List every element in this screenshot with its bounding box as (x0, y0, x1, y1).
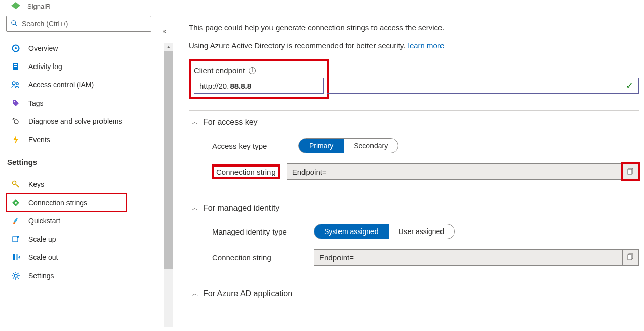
sidebar-item-label: Diagnose and solve problems (28, 117, 122, 125)
sidebar-item-diagnose[interactable]: Diagnose and solve problems (6, 112, 151, 130)
section-managed-identity-title: For managed identity (203, 204, 279, 213)
client-endpoint-value-a: http://20. (199, 82, 229, 90)
svg-rect-34 (628, 255, 632, 260)
svg-point-15 (13, 181, 16, 185)
chevron-up-icon: ︿ (192, 204, 203, 213)
pill-system-assigned[interactable]: System assigned (314, 224, 389, 239)
svg-line-28 (18, 278, 19, 279)
copy-icon (627, 253, 634, 262)
svg-rect-7 (14, 66, 17, 67)
keys-icon (11, 180, 20, 188)
svg-line-29 (13, 278, 14, 279)
svg-marker-14 (13, 135, 18, 144)
sidebar-item-quickstart[interactable]: Quickstart (6, 212, 151, 230)
access-key-conn-value: Endpoint= (287, 164, 622, 179)
managed-identity-type-toggle[interactable]: System assigned User assigned (314, 224, 455, 239)
sidebar-item-overview[interactable]: Overview (6, 39, 151, 57)
section-aad-app-header[interactable]: ︿ For Azure AD application (189, 282, 639, 305)
overview-icon (11, 44, 20, 52)
copy-managed-identity-button[interactable] (622, 250, 638, 265)
client-endpoint-input-ext[interactable]: ✓ (327, 78, 639, 94)
activity-log-icon (11, 62, 20, 71)
diagnose-icon (11, 117, 20, 125)
sidebar-item-label: Quickstart (28, 217, 60, 225)
section-access-key-title: For access key (203, 118, 258, 127)
svg-point-12 (14, 120, 18, 124)
copy-access-key-button[interactable] (622, 164, 638, 179)
sidebar-item-activity-log[interactable]: Activity log (6, 57, 151, 76)
svg-point-17 (15, 202, 17, 204)
chevron-up-icon: ︿ (192, 118, 203, 127)
access-key-conn-field[interactable]: Endpoint= (287, 163, 639, 180)
sidebar-item-settings[interactable]: Settings (6, 267, 151, 285)
sidebar-item-label: Keys (28, 180, 44, 188)
access-key-type-label: Access key type (212, 142, 298, 150)
info-icon[interactable]: i (249, 67, 256, 74)
sidebar-item-tags[interactable]: Tags (6, 94, 151, 112)
search-icon (11, 20, 18, 28)
scale-up-icon (11, 235, 20, 243)
search-box[interactable] (6, 16, 151, 32)
svg-point-22 (14, 274, 17, 277)
sidebar-item-label: Overview (28, 44, 58, 52)
svg-rect-21 (16, 254, 18, 260)
learn-more-link[interactable]: learn more (408, 41, 445, 50)
access-key-type-toggle[interactable]: Primary Secondary (298, 138, 398, 153)
svg-rect-8 (14, 68, 16, 68)
sidebar-item-label: Events (28, 136, 50, 144)
client-endpoint-highlight: Client endpoint i http://20. 88.8.8 (189, 59, 329, 99)
pill-secondary[interactable]: Secondary (344, 139, 398, 153)
settings-icon (11, 272, 20, 280)
access-control-icon (11, 81, 20, 89)
section-aad-app-title: For Azure AD application (203, 289, 292, 299)
check-icon: ✓ (626, 80, 633, 91)
client-endpoint-label: Client endpoint (194, 66, 245, 75)
chevron-up-icon: ︿ (192, 289, 203, 299)
svg-point-11 (14, 101, 15, 102)
intro-text-2: Using Azure Active Directory is recommen… (189, 41, 639, 50)
section-access-key-header[interactable]: ︿ For access key (189, 111, 639, 133)
signalr-icon (11, 2, 20, 11)
pill-primary[interactable]: Primary (299, 139, 344, 153)
tags-icon (11, 99, 20, 107)
pill-user-assigned[interactable]: User assigned (389, 224, 455, 239)
sidebar-item-keys[interactable]: Keys (6, 175, 151, 193)
sidebar-item-label: Scale out (28, 253, 58, 261)
sidebar-item-label: Settings (28, 272, 54, 280)
quickstart-icon (11, 217, 20, 225)
managed-identity-conn-label: Connection string (212, 253, 314, 262)
client-endpoint-input[interactable]: http://20. 88.8.8 (194, 78, 324, 94)
conn-string-label-highlight: Connection string (212, 164, 280, 179)
search-input[interactable] (22, 20, 147, 28)
svg-line-30 (18, 273, 19, 274)
access-key-conn-label: Connection string (216, 168, 276, 176)
sidebar: SignalR « ▴ Overview Activity log (0, 0, 157, 331)
managed-identity-conn-field[interactable]: Endpoint= (314, 249, 639, 266)
sidebar-item-label: Connection strings (28, 198, 87, 207)
svg-rect-6 (14, 64, 17, 65)
managed-identity-type-label: Managed identity type (212, 227, 314, 236)
svg-point-1 (12, 20, 16, 24)
sidebar-item-connection-strings[interactable]: Connection strings (6, 193, 127, 212)
sidebar-section-settings: Settings (6, 149, 151, 170)
svg-rect-19 (13, 237, 18, 242)
events-icon (11, 135, 20, 144)
managed-identity-conn-value: Endpoint= (314, 250, 622, 265)
divider (6, 172, 151, 172)
sidebar-item-scale-up[interactable]: Scale up (6, 230, 151, 248)
sidebar-item-scale-out[interactable]: Scale out (6, 248, 151, 267)
sidebar-title: SignalR (27, 3, 51, 10)
svg-marker-0 (11, 2, 20, 9)
sidebar-item-events[interactable]: Events (6, 130, 151, 149)
svg-point-18 (13, 222, 15, 224)
svg-point-9 (12, 82, 15, 85)
section-managed-identity-header[interactable]: ︿ For managed identity (189, 196, 639, 219)
sidebar-item-label: Scale up (28, 235, 56, 243)
intro-text-1: This page could help you generate connec… (189, 23, 639, 32)
scale-out-icon (11, 253, 20, 261)
sidebar-item-access-control[interactable]: Access control (IAM) (6, 76, 151, 94)
copy-icon (627, 168, 634, 176)
svg-rect-20 (13, 254, 15, 260)
svg-point-4 (15, 47, 17, 49)
svg-point-10 (16, 83, 18, 85)
